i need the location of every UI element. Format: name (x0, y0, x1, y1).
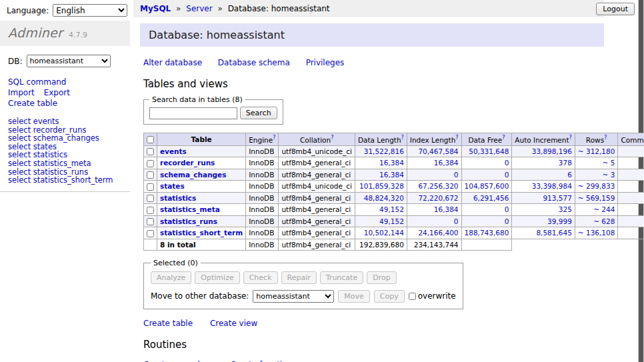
rows-count-link[interactable]: ~ 569,159 (578, 194, 615, 202)
row-checkbox[interactable] (147, 207, 154, 214)
index-length-link[interactable]: 0 (454, 217, 459, 225)
data-length-link[interactable]: 10,502,144 (364, 229, 404, 237)
table-name-link[interactable]: statistics (160, 194, 196, 202)
table-name-link[interactable]: recorder_runs (160, 159, 215, 167)
create-view-link[interactable]: Create view (210, 319, 257, 328)
row-checkbox[interactable] (147, 160, 154, 167)
breadcrumb-mysql-link[interactable]: MySQL (140, 4, 171, 13)
data-length-link[interactable]: 49,152 (379, 217, 404, 225)
data-free-link[interactable]: 50,331,648 (469, 147, 509, 155)
data-length-link[interactable]: 16,384 (379, 171, 404, 179)
data-free-link[interactable]: 188,743,680 (465, 229, 509, 237)
auto-increment-link[interactable]: 8,581,645 (536, 229, 571, 237)
check-button[interactable]: Check (243, 271, 278, 284)
help-icon[interactable]: ? (331, 135, 333, 141)
row-checkbox[interactable] (147, 183, 154, 191)
sidebar-export-link[interactable]: Export (44, 88, 70, 97)
table-name-link[interactable]: events (160, 147, 187, 155)
rows-count-link[interactable]: ~ 3 (603, 171, 615, 179)
data-free-link[interactable]: 0 (505, 171, 509, 179)
rows-count-link[interactable]: ~ 5 (603, 159, 615, 167)
table-name-link[interactable]: statistics_meta (160, 205, 220, 213)
search-button[interactable]: Search (240, 107, 277, 119)
data-length-link[interactable]: 16,384 (379, 159, 404, 167)
auto-increment-link[interactable]: 325 (559, 205, 572, 213)
collation-cell: utf8mb4_general_ci (279, 169, 355, 181)
help-icon[interactable]: ? (273, 135, 275, 141)
rows-count-link[interactable]: ~ 244 (593, 205, 615, 213)
search-legend: Search data in tables (8) (149, 95, 245, 104)
index-length-link[interactable]: 24,166,400 (418, 229, 458, 237)
overwrite-checkbox[interactable] (409, 293, 416, 300)
data-free-link[interactable]: 6,291,456 (473, 194, 509, 202)
help-icon[interactable]: ? (455, 135, 458, 141)
help-icon[interactable]: ? (569, 135, 572, 141)
search-input[interactable] (149, 107, 237, 119)
create-procedure-link[interactable]: Create procedure (143, 360, 213, 362)
auto-increment-link[interactable]: 378 (559, 159, 572, 167)
logout-button[interactable]: Logout (596, 3, 635, 15)
row-checkbox[interactable] (147, 171, 154, 179)
index-length-link[interactable]: 67,256,320 (418, 182, 458, 190)
db-select[interactable]: homeassistant (27, 55, 111, 67)
rows-count-link[interactable]: ~ 299,833 (578, 182, 615, 190)
drop-button[interactable]: Drop (367, 271, 396, 284)
index-length-link[interactable]: 70,467,584 (418, 147, 458, 155)
analyze-button[interactable]: Analyze (151, 271, 191, 284)
repair-button[interactable]: Repair (281, 271, 317, 284)
sidebar-import-link[interactable]: Import (8, 88, 35, 97)
breadcrumb-server-link[interactable]: Server (186, 4, 212, 13)
copy-button[interactable]: Copy (374, 290, 405, 303)
breadcrumb-separator: » (176, 4, 181, 13)
col-header-table: Table (157, 133, 246, 146)
comment-cell (618, 169, 644, 181)
create-table-link[interactable]: Create table (143, 319, 193, 328)
move-db-select[interactable]: homeassistant (253, 290, 334, 303)
sidebar-create-table-link[interactable]: Create table (8, 99, 57, 108)
table-name-link[interactable]: statistics_runs (160, 217, 217, 225)
index-length-link[interactable]: 72,220,672 (418, 194, 458, 202)
alter-database-link[interactable]: Alter database (143, 58, 202, 67)
auto-increment-link[interactable]: 6 (567, 171, 572, 179)
data-free-link[interactable]: 104,857,600 (465, 182, 509, 190)
rows-count-link[interactable]: ~ 136,108 (578, 229, 615, 237)
privileges-link[interactable]: Privileges (306, 58, 345, 67)
table-name-link[interactable]: schema_changes (160, 171, 227, 179)
sidebar-sql-command-link[interactable]: SQL command (8, 77, 66, 87)
auto-increment-link[interactable]: 913,577 (543, 194, 571, 202)
row-checkbox[interactable] (147, 230, 154, 237)
help-icon[interactable]: ? (502, 135, 505, 141)
data-length-link[interactable]: 48,824,320 (364, 194, 404, 202)
table-name-link[interactable]: statistics_short_term (160, 229, 243, 237)
data-free-link[interactable]: 0 (505, 159, 509, 167)
data-free-link[interactable]: 0 (505, 205, 509, 213)
select-all-checkbox[interactable] (147, 136, 154, 143)
auto-increment-link[interactable]: 39,999 (547, 217, 572, 225)
rows-count-link[interactable]: ~ 312,180 (578, 147, 615, 155)
language-select[interactable]: English (53, 4, 127, 17)
create-function-link[interactable]: Create function (230, 360, 292, 362)
move-button[interactable]: Move (338, 290, 370, 303)
optimize-button[interactable]: Optimize (195, 271, 239, 284)
row-checkbox[interactable] (147, 195, 154, 202)
auto-increment-link[interactable]: 33,898,196 (532, 147, 572, 155)
row-checkbox[interactable] (147, 148, 154, 155)
database-schema-link[interactable]: Database schema (218, 58, 290, 67)
auto-increment-link[interactable]: 33,398,984 (532, 182, 572, 190)
truncate-button[interactable]: Truncate (320, 271, 363, 284)
overwrite-option[interactable]: overwrite (409, 291, 456, 301)
help-icon[interactable]: ? (604, 135, 607, 141)
index-length-link[interactable]: 0 (454, 171, 459, 179)
data-length-link[interactable]: 31,522,816 (364, 147, 404, 155)
data-length-link[interactable]: 49,152 (379, 205, 404, 213)
index-length-link[interactable]: 16,384 (434, 159, 459, 167)
help-icon[interactable]: ? (401, 135, 404, 141)
table-name-link[interactable]: states (160, 182, 185, 190)
index-length-link[interactable]: 16,384 (434, 205, 459, 213)
language-label: Language: (7, 6, 49, 15)
sidebar-item-select-statistics-short-term[interactable]: select statistics_short_term (8, 175, 113, 185)
data-free-link[interactable]: 0 (505, 217, 509, 225)
row-checkbox[interactable] (147, 218, 154, 225)
data-length-link[interactable]: 101,859,328 (359, 182, 404, 190)
rows-count-link[interactable]: ~ 628 (593, 217, 615, 225)
